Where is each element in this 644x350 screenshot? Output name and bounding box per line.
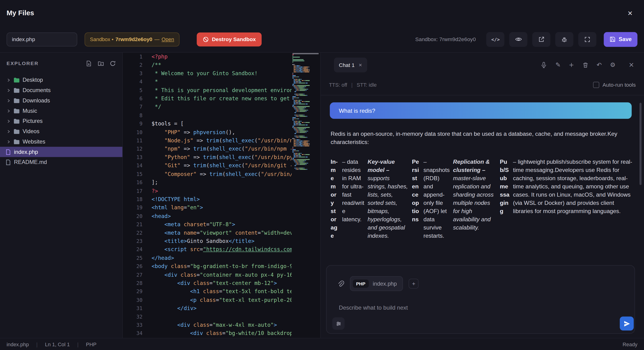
code-line: 22 <meta name="viewport" content="width=… bbox=[123, 229, 292, 237]
file-item-index-php[interactable]: index.php bbox=[0, 147, 122, 157]
my-files-window: My Files × Sandbox • 7rwm9d2e6oy0 — Open… bbox=[0, 0, 644, 350]
tts-status: TTS: off bbox=[329, 82, 347, 88]
line-number: 4 bbox=[123, 78, 142, 86]
sidebar-folder-websites[interactable]: Websites bbox=[0, 137, 122, 147]
user-message-bubble: What is redis? bbox=[330, 102, 632, 119]
minimap-line bbox=[292, 104, 310, 105]
chevron-right-icon bbox=[6, 140, 11, 144]
code-line: 11 "Node.js" => trim(shell_exec("/usr/bi… bbox=[123, 137, 292, 145]
minimap-line bbox=[292, 95, 310, 96]
auto-run-toggle[interactable]: Auto-run tools bbox=[593, 82, 636, 88]
minimap-line bbox=[292, 109, 310, 110]
chat-scrollbar[interactable] bbox=[640, 103, 642, 185]
minimap-line bbox=[292, 146, 310, 147]
file-icon bbox=[6, 149, 11, 155]
minimap-line bbox=[292, 56, 310, 56]
close-panel-button[interactable]: × bbox=[629, 62, 634, 68]
minimap-line bbox=[292, 164, 310, 165]
filename-input[interactable] bbox=[6, 32, 77, 46]
folder-name: Music bbox=[22, 108, 37, 114]
open-sandbox-link[interactable]: Open bbox=[162, 37, 174, 42]
line-number: 16 bbox=[123, 179, 142, 187]
trash-icon bbox=[582, 62, 588, 68]
file-name: README.md bbox=[14, 159, 47, 165]
minimap-line bbox=[292, 134, 310, 135]
undo-button[interactable]: ↶ bbox=[596, 62, 602, 68]
minimap-line bbox=[292, 88, 310, 89]
new-chat-button[interactable]: + bbox=[569, 62, 574, 68]
code-line: 13 "Python" => trim(shell_exec("/usr/bin… bbox=[123, 153, 292, 162]
settings-gear-button[interactable]: ⚙ bbox=[610, 62, 616, 68]
minimap-line bbox=[292, 100, 310, 101]
sidebar-folder-videos[interactable]: Videos bbox=[0, 126, 122, 137]
sandbox-badge: Sandbox • 7rwm9d2e6oy0 — Open bbox=[85, 32, 180, 46]
sidebar-folder-pictures[interactable]: Pictures bbox=[0, 116, 122, 126]
minimap-line bbox=[292, 141, 310, 142]
code-line: 7 */ bbox=[123, 103, 292, 111]
code-line: 14 "Git" => trim(shell_exec("/usr/bin/gi… bbox=[123, 162, 292, 170]
send-button[interactable] bbox=[620, 317, 634, 331]
debug-button[interactable] bbox=[556, 32, 574, 47]
window-title: My Files bbox=[6, 9, 34, 17]
open-external-button[interactable] bbox=[532, 32, 550, 47]
minimap-line bbox=[292, 151, 310, 152]
code-line: 24 <script src="https://cdn.tailwindcss.… bbox=[123, 245, 292, 254]
add-attachment-button[interactable]: + bbox=[409, 279, 419, 289]
minimap-line bbox=[292, 152, 310, 153]
minimap-line bbox=[292, 90, 310, 91]
minimap-line bbox=[292, 149, 310, 150]
edit-pen-button[interactable]: ✎ bbox=[556, 62, 561, 68]
line-number: 21 bbox=[123, 220, 142, 229]
sidebar-folder-desktop[interactable]: Desktop bbox=[0, 75, 122, 85]
sidebar-folder-documents[interactable]: Documents bbox=[0, 85, 122, 95]
minimap-line bbox=[292, 72, 310, 73]
minimap-line bbox=[292, 110, 310, 111]
destroy-sandbox-button[interactable]: Destroy Sandbox bbox=[197, 32, 262, 46]
line-number: 32 bbox=[123, 313, 142, 321]
minimap-line bbox=[292, 120, 310, 121]
fullscreen-button[interactable] bbox=[578, 32, 596, 47]
chat-messages[interactable]: What is redis? Redis is an open-source, … bbox=[321, 95, 644, 262]
code-editor[interactable]: 1<?php2/**3 * Welcome to your Ginto Sand… bbox=[123, 53, 320, 338]
attachment-paperclip-icon[interactable] bbox=[337, 280, 344, 287]
new-file-button[interactable] bbox=[86, 60, 92, 66]
delete-chat-button[interactable] bbox=[582, 62, 588, 68]
minimap-line bbox=[292, 114, 310, 114]
minimap-line bbox=[292, 62, 310, 63]
minimap-line bbox=[292, 133, 310, 134]
attached-file-chip[interactable]: PHP index.php bbox=[350, 276, 403, 291]
auto-run-checkbox[interactable] bbox=[593, 82, 599, 88]
separator: | bbox=[351, 82, 353, 88]
sidebar-folder-downloads[interactable]: Downloads bbox=[0, 95, 122, 106]
line-number: 8 bbox=[123, 111, 142, 120]
minimap-line bbox=[292, 138, 310, 139]
chat-tab[interactable]: Chat 1 × bbox=[334, 58, 367, 72]
send-icon bbox=[623, 320, 630, 327]
preview-button[interactable] bbox=[510, 32, 528, 47]
minimap-line bbox=[292, 65, 310, 66]
line-number: 18 bbox=[123, 195, 142, 204]
close-chat-tab-icon[interactable]: × bbox=[358, 62, 362, 68]
external-link-icon bbox=[538, 36, 545, 43]
code-line: 34 <div class="bg-white/10 backdrop-blur… bbox=[123, 329, 292, 338]
assistant-table-col: – snapshots (RDB) and append-only file (… bbox=[424, 157, 450, 240]
minimap-line bbox=[292, 162, 310, 163]
no-entry-icon bbox=[202, 36, 209, 43]
code-line: 28 <div class="text-center mb-12"> bbox=[123, 279, 292, 287]
editor-scrollbar[interactable] bbox=[292, 53, 319, 54]
minimap[interactable] bbox=[292, 54, 310, 170]
code-line: 1<?php bbox=[123, 53, 292, 61]
folder-name: Websites bbox=[22, 139, 45, 145]
sidebar-folder-music[interactable]: Music bbox=[0, 106, 122, 116]
code-line: 30 <p class="text-xl text-purple-200"> bbox=[123, 296, 292, 304]
folder-icon bbox=[14, 108, 20, 114]
refresh-button[interactable] bbox=[110, 60, 116, 66]
voice-input-button[interactable] bbox=[541, 62, 547, 68]
new-folder-button[interactable] bbox=[98, 60, 104, 66]
prompt-input[interactable] bbox=[338, 303, 610, 317]
close-icon[interactable]: × bbox=[627, 8, 633, 18]
file-item-readme-md[interactable]: README.md bbox=[0, 157, 122, 167]
tools-button[interactable] bbox=[332, 317, 345, 330]
save-button[interactable]: Save bbox=[604, 32, 638, 47]
code-view-button[interactable]: </> bbox=[486, 32, 504, 47]
